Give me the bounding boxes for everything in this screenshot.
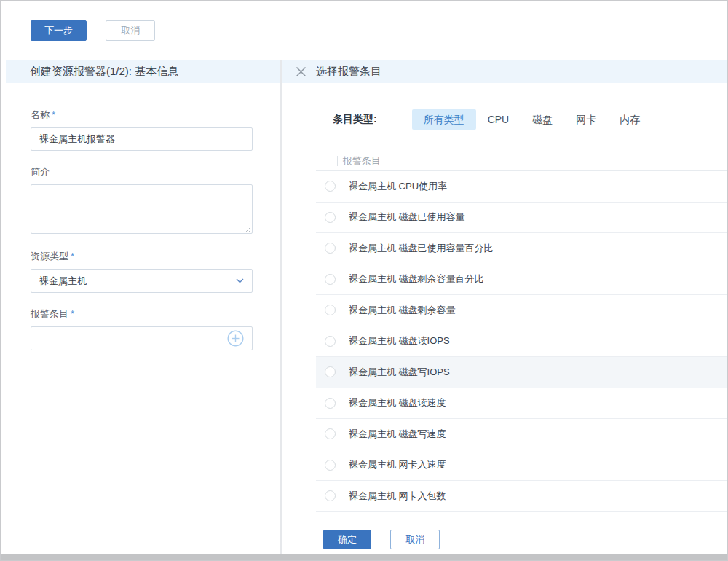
radio-button[interactable] — [325, 398, 336, 409]
radio-button[interactable] — [325, 181, 336, 192]
required-asterisk: * — [71, 308, 74, 319]
name-label: 名称* — [31, 109, 253, 122]
radio-button[interactable] — [325, 366, 336, 377]
radio-button[interactable] — [325, 428, 336, 439]
alarm-item-label: 裸金属主机 磁盘剩余容量百分比 — [349, 272, 484, 286]
column-separator — [337, 156, 338, 166]
table-row[interactable]: 裸金属主机 网卡入速度 — [316, 450, 727, 482]
tab-item-type-2[interactable]: 磁盘 — [521, 109, 564, 130]
left-panel-header: 创建资源报警器(1/2): 基本信息 — [6, 60, 280, 83]
select-alarm-items-panel: 选择报警条目 条目类型: 所有类型CPU磁盘网卡内存 报警条目 裸金属主机 CP… — [282, 60, 727, 554]
alarm-items-field: 报警条目* — [31, 307, 253, 350]
required-asterisk: * — [52, 109, 55, 120]
alarm-item-label: 裸金属主机 磁盘写速度 — [349, 428, 446, 441]
main-area: 创建资源报警器(1/2): 基本信息 名称* 简介 — [1, 60, 727, 554]
table-row[interactable]: 裸金属主机 磁盘写速度 — [316, 419, 727, 450]
table-row[interactable]: 裸金属主机 CPU使用率 — [316, 171, 727, 203]
alarm-items-picker[interactable] — [31, 326, 253, 350]
item-type-filter: 条目类型: 所有类型CPU磁盘网卡内存 — [333, 109, 727, 130]
basic-info-form: 名称* 简介 资源类型* — [6, 83, 280, 365]
tab-item-type-3[interactable]: 网卡 — [564, 109, 608, 130]
alarm-item-label: 裸金属主机 磁盘已使用容量 — [349, 211, 465, 224]
table-body: 裸金属主机 CPU使用率裸金属主机 磁盘已使用容量裸金属主机 磁盘已使用容量百分… — [316, 171, 727, 512]
dialog-footer: 确定 取消 — [282, 512, 727, 549]
alarm-item-label: 裸金属主机 CPU使用率 — [349, 180, 447, 193]
table-row[interactable]: 裸金属主机 磁盘读IOPS — [316, 326, 727, 358]
table-row[interactable]: 裸金属主机 磁盘剩余容量 — [316, 295, 727, 326]
description-field: 简介 — [31, 165, 253, 234]
next-step-button[interactable]: 下一步 — [31, 20, 87, 41]
left-panel-title: 创建资源报警器(1/2): 基本信息 — [30, 65, 178, 79]
alarm-items-table: 报警条目 裸金属主机 CPU使用率裸金属主机 磁盘已使用容量裸金属主机 磁盘已使… — [316, 152, 727, 512]
alarm-items-label: 报警条目* — [31, 307, 253, 321]
basic-info-panel: 创建资源报警器(1/2): 基本信息 名称* 简介 — [6, 60, 280, 554]
item-type-tabs: 所有类型CPU磁盘网卡内存 — [412, 109, 652, 130]
table-header-label: 报警条目 — [343, 154, 381, 168]
table-row[interactable]: 裸金属主机 磁盘已使用容量百分比 — [316, 233, 727, 264]
radio-button[interactable] — [325, 212, 336, 223]
create-alarm-window: 下一步 取消 创建资源报警器(1/2): 基本信息 名称* 简介 — [0, 0, 728, 561]
item-type-label: 条目类型: — [333, 113, 377, 126]
table-header-row: 报警条目 — [316, 152, 727, 171]
radio-button[interactable] — [325, 274, 336, 285]
chevron-down-icon — [236, 278, 244, 283]
resource-type-label: 资源类型* — [31, 250, 253, 263]
right-panel-header: 选择报警条目 — [282, 60, 727, 83]
tab-item-type-1[interactable]: CPU — [476, 109, 521, 130]
table-row[interactable]: 裸金属主机 磁盘读速度 — [316, 388, 727, 420]
description-textarea[interactable] — [31, 184, 253, 234]
dialog-cancel-button[interactable]: 取消 — [390, 530, 440, 549]
resource-type-select[interactable]: 裸金属主机 — [31, 269, 253, 293]
table-row[interactable]: 裸金属主机 磁盘已使用容量 — [316, 203, 727, 234]
table-row[interactable]: 裸金属主机 磁盘剩余容量百分比 — [316, 264, 727, 296]
table-row[interactable]: 裸金属主机 网卡入包数 — [316, 481, 727, 512]
tab-item-type-0[interactable]: 所有类型 — [412, 109, 476, 130]
right-panel-title: 选择报警条目 — [316, 65, 381, 79]
alarm-item-label: 裸金属主机 网卡入速度 — [349, 458, 446, 471]
window-bottom-edge — [1, 554, 727, 560]
alarm-item-label: 裸金属主机 磁盘读速度 — [349, 396, 446, 409]
table-row[interactable]: 裸金属主机 磁盘写IOPS — [316, 357, 727, 388]
alarm-item-label: 裸金属主机 磁盘剩余容量 — [349, 304, 456, 317]
wizard-cancel-button[interactable]: 取消 — [106, 20, 155, 41]
add-circle-icon[interactable] — [227, 330, 244, 347]
name-field: 名称* — [31, 109, 253, 151]
radio-button[interactable] — [325, 243, 336, 254]
required-asterisk: * — [71, 251, 74, 262]
alarm-item-label: 裸金属主机 磁盘读IOPS — [349, 334, 450, 348]
radio-button[interactable] — [325, 305, 336, 315]
resource-type-value: 裸金属主机 — [39, 275, 236, 288]
wizard-toolbar: 下一步 取消 — [1, 1, 727, 60]
radio-button[interactable] — [325, 336, 336, 347]
alarm-item-label: 裸金属主机 磁盘已使用容量百分比 — [349, 242, 494, 255]
alarm-item-label: 裸金属主机 磁盘写IOPS — [349, 366, 450, 379]
alarm-item-label: 裸金属主机 网卡入包数 — [349, 490, 446, 503]
resource-type-field: 资源类型* 裸金属主机 — [31, 250, 253, 293]
radio-button[interactable] — [325, 490, 336, 501]
tab-item-type-4[interactable]: 内存 — [608, 109, 652, 130]
radio-button[interactable] — [325, 460, 336, 471]
confirm-button[interactable]: 确定 — [323, 530, 371, 549]
description-label: 简介 — [31, 165, 253, 178]
name-input[interactable] — [31, 128, 253, 151]
close-icon[interactable] — [296, 66, 306, 77]
